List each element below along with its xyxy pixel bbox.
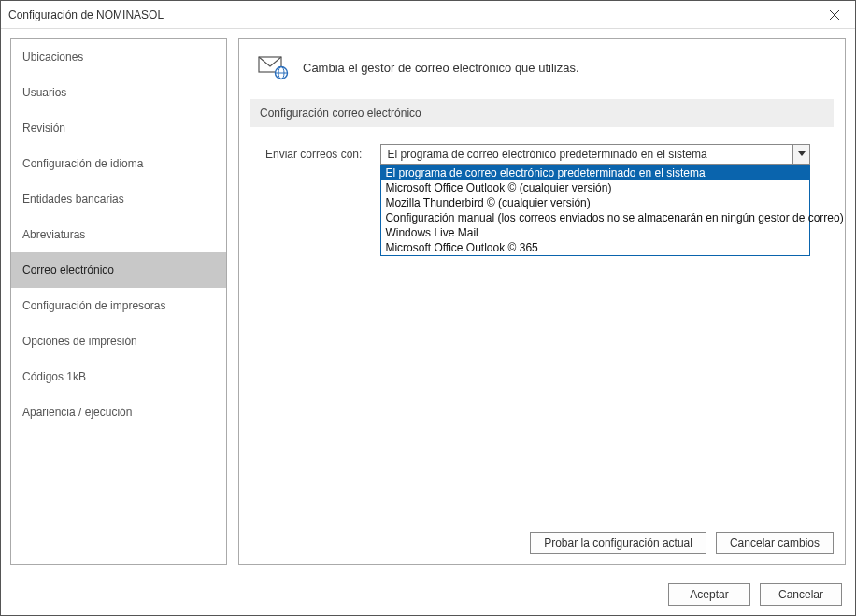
send-with-label: Enviar correos con: (265, 148, 362, 161)
sidebar-item[interactable]: Configuración de idioma (11, 146, 226, 181)
dialog-footer: Aceptar Cancelar (1, 574, 855, 615)
titlebar: Configuración de NOMINASOL (1, 1, 855, 29)
sidebar-item[interactable]: Revisión (11, 110, 226, 146)
combo-selected-text: El programa de correo electrónico predet… (381, 148, 792, 161)
sidebar-item[interactable]: Apariencia / ejecución (11, 394, 226, 430)
sidebar-item[interactable]: Códigos 1kB (11, 359, 226, 394)
combo-dropdown-button[interactable] (792, 145, 809, 164)
cancel-button[interactable]: Cancelar (760, 583, 842, 606)
content-panel: Cambia el gestor de correo electrónico q… (238, 38, 846, 565)
dropdown-option[interactable]: Mozilla Thunderbird © (cualquier versión… (381, 195, 809, 210)
sidebar-item[interactable]: Opciones de impresión (11, 323, 226, 359)
sidebar-item[interactable]: Configuración de impresoras (11, 288, 226, 323)
sidebar-item[interactable]: Usuarios (11, 75, 226, 110)
dropdown-option[interactable]: Microsoft Office Outlook © 365 (381, 240, 809, 255)
close-icon (830, 10, 839, 20)
sidebar-item[interactable]: Abreviaturas (11, 217, 226, 252)
dropdown-option[interactable]: Configuración manual (los correos enviad… (381, 210, 809, 225)
panels: UbicacionesUsuariosRevisiónConfiguración… (1, 29, 855, 574)
content-description: Cambia el gestor de correo electrónico q… (303, 61, 579, 75)
chevron-down-icon (798, 151, 806, 157)
window-body: UbicacionesUsuariosRevisiónConfiguración… (1, 29, 855, 615)
mail-client-dropdown[interactable]: El programa de correo electrónico predet… (380, 165, 810, 256)
config-window: Configuración de NOMINASOL UbicacionesUs… (0, 0, 856, 616)
send-with-row: Enviar correos con: El programa de corre… (239, 127, 845, 165)
dropdown-option[interactable]: Microsoft Office Outlook © (cualquier ve… (381, 180, 809, 195)
sidebar: UbicacionesUsuariosRevisiónConfiguración… (10, 38, 227, 565)
sidebar-item[interactable]: Ubicaciones (11, 39, 226, 75)
svg-marker-6 (798, 151, 806, 156)
sidebar-item[interactable]: Entidades bancarias (11, 181, 226, 217)
test-config-button[interactable]: Probar la configuración actual (530, 532, 706, 554)
mail-client-combo-wrap: El programa de correo electrónico predet… (380, 144, 826, 165)
close-button[interactable] (813, 1, 855, 29)
dropdown-option[interactable]: Windows Live Mail (381, 225, 809, 240)
window-title: Configuración de NOMINASOL (8, 8, 164, 21)
mail-globe-icon (258, 54, 290, 80)
mail-client-combo[interactable]: El programa de correo electrónico predet… (380, 144, 810, 165)
dropdown-option[interactable]: El programa de correo electrónico predet… (381, 165, 809, 180)
sidebar-item[interactable]: Correo electrónico (11, 252, 226, 288)
accept-button[interactable]: Aceptar (668, 583, 750, 606)
section-header: Configuración correo electrónico (250, 99, 834, 127)
content-header: Cambia el gestor de correo electrónico q… (239, 39, 845, 90)
content-bottom-buttons: Probar la configuración actual Cancelar … (530, 532, 834, 554)
cancel-changes-button[interactable]: Cancelar cambios (716, 532, 834, 554)
